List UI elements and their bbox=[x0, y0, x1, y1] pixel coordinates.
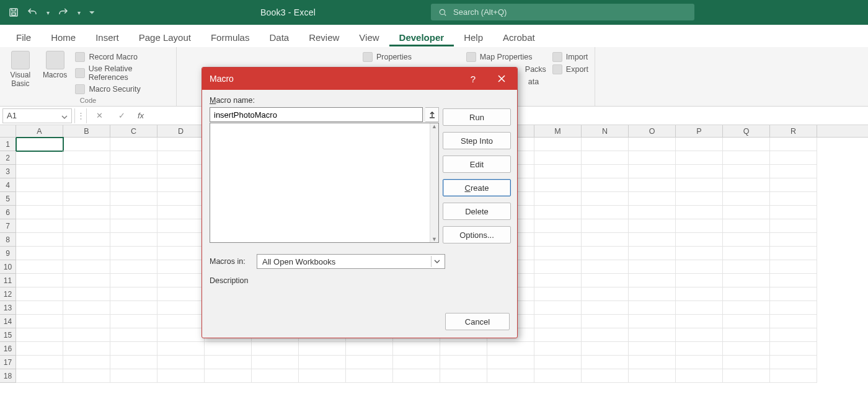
cell[interactable] bbox=[629, 233, 676, 247]
cell[interactable] bbox=[110, 138, 157, 151]
cell[interactable] bbox=[440, 356, 487, 369]
cell[interactable] bbox=[110, 247, 157, 260]
properties-button[interactable]: Properties bbox=[363, 52, 412, 62]
cell[interactable] bbox=[534, 233, 582, 247]
step-into-button[interactable]: Step Into bbox=[443, 132, 511, 149]
cell[interactable] bbox=[534, 287, 582, 301]
cell[interactable] bbox=[393, 342, 440, 356]
cell[interactable] bbox=[676, 151, 723, 165]
cell[interactable] bbox=[63, 233, 110, 247]
cell[interactable] bbox=[16, 287, 63, 301]
cell[interactable] bbox=[252, 342, 299, 356]
cell[interactable] bbox=[676, 369, 723, 383]
cell[interactable] bbox=[534, 165, 582, 178]
cell[interactable] bbox=[723, 165, 770, 178]
cell[interactable] bbox=[770, 192, 817, 206]
cell[interactable] bbox=[16, 247, 63, 260]
cell[interactable] bbox=[582, 151, 629, 165]
macro-list[interactable]: ▲▼ bbox=[210, 123, 439, 243]
cell[interactable] bbox=[723, 274, 770, 287]
map-properties-button[interactable]: Map Properties bbox=[466, 52, 546, 62]
cell[interactable] bbox=[157, 328, 205, 342]
cell[interactable] bbox=[110, 165, 157, 178]
options-button[interactable]: Options... bbox=[443, 226, 511, 243]
chevron-down-icon[interactable] bbox=[431, 256, 442, 267]
cell[interactable] bbox=[629, 247, 676, 260]
cell[interactable] bbox=[629, 356, 676, 369]
cell[interactable] bbox=[676, 192, 723, 206]
cell[interactable] bbox=[157, 206, 205, 219]
cell[interactable] bbox=[110, 287, 157, 301]
fx-cancel-icon[interactable]: ✕ bbox=[88, 111, 110, 120]
row-header[interactable]: 14 bbox=[0, 315, 16, 328]
cell[interactable] bbox=[16, 206, 63, 219]
cell[interactable] bbox=[676, 206, 723, 219]
cell[interactable] bbox=[16, 369, 63, 383]
cell[interactable] bbox=[629, 219, 676, 233]
cell[interactable] bbox=[205, 342, 252, 356]
cell[interactable] bbox=[534, 342, 582, 356]
row-header[interactable]: 6 bbox=[0, 206, 16, 219]
cell[interactable] bbox=[676, 287, 723, 301]
cell[interactable] bbox=[723, 260, 770, 274]
cell[interactable] bbox=[157, 247, 205, 260]
collapse-dialog-button[interactable] bbox=[425, 107, 439, 122]
cell[interactable] bbox=[723, 247, 770, 260]
cell[interactable] bbox=[582, 138, 629, 151]
row-header[interactable]: 18 bbox=[0, 369, 16, 383]
cell[interactable] bbox=[676, 342, 723, 356]
cell[interactable] bbox=[582, 315, 629, 328]
cell[interactable] bbox=[16, 356, 63, 369]
cell[interactable] bbox=[582, 165, 629, 178]
cell[interactable] bbox=[16, 192, 63, 206]
cell[interactable] bbox=[157, 356, 205, 369]
tab-acrobat[interactable]: Acrobat bbox=[493, 27, 545, 46]
cell[interactable] bbox=[63, 192, 110, 206]
row-header[interactable]: 1 bbox=[0, 138, 16, 151]
macros-in-combo[interactable]: All Open Workbooks bbox=[257, 254, 445, 269]
cell[interactable] bbox=[63, 287, 110, 301]
cell[interactable] bbox=[723, 178, 770, 192]
cell[interactable] bbox=[63, 219, 110, 233]
cell[interactable] bbox=[676, 260, 723, 274]
cell[interactable] bbox=[770, 138, 817, 151]
cell[interactable] bbox=[63, 342, 110, 356]
use-relative-references-button[interactable]: Use Relative References bbox=[75, 64, 170, 82]
dialog-close-button[interactable] bbox=[492, 71, 511, 87]
cell[interactable] bbox=[534, 274, 582, 287]
cell[interactable] bbox=[534, 301, 582, 315]
cell[interactable] bbox=[16, 274, 63, 287]
cell[interactable] bbox=[582, 356, 629, 369]
cell[interactable] bbox=[157, 342, 205, 356]
macros-button[interactable]: Macros bbox=[41, 51, 69, 79]
cell[interactable] bbox=[110, 274, 157, 287]
cell[interactable] bbox=[723, 301, 770, 315]
visual-basic-button[interactable]: Visual Basic bbox=[6, 51, 35, 88]
cell[interactable] bbox=[676, 138, 723, 151]
cell[interactable] bbox=[63, 356, 110, 369]
cell[interactable] bbox=[582, 328, 629, 342]
cell[interactable] bbox=[582, 274, 629, 287]
cell[interactable] bbox=[346, 356, 393, 369]
cell[interactable] bbox=[770, 247, 817, 260]
row-header[interactable]: 13 bbox=[0, 301, 16, 315]
undo-dropdown-icon[interactable]: ▾ bbox=[45, 6, 51, 19]
cell[interactable] bbox=[534, 192, 582, 206]
cell[interactable] bbox=[110, 151, 157, 165]
cell[interactable] bbox=[676, 356, 723, 369]
cell[interactable] bbox=[723, 328, 770, 342]
cell[interactable] bbox=[629, 178, 676, 192]
cell[interactable] bbox=[723, 206, 770, 219]
column-header[interactable]: P bbox=[676, 125, 723, 137]
row-header[interactable]: 9 bbox=[0, 247, 16, 260]
cell[interactable] bbox=[16, 260, 63, 274]
cell[interactable] bbox=[346, 342, 393, 356]
cell[interactable] bbox=[16, 151, 63, 165]
cell[interactable] bbox=[252, 356, 299, 369]
row-header[interactable]: 11 bbox=[0, 274, 16, 287]
cell[interactable] bbox=[487, 356, 534, 369]
cell[interactable] bbox=[299, 369, 346, 383]
create-button[interactable]: Create bbox=[443, 179, 511, 196]
cell[interactable] bbox=[629, 165, 676, 178]
cell[interactable] bbox=[629, 342, 676, 356]
